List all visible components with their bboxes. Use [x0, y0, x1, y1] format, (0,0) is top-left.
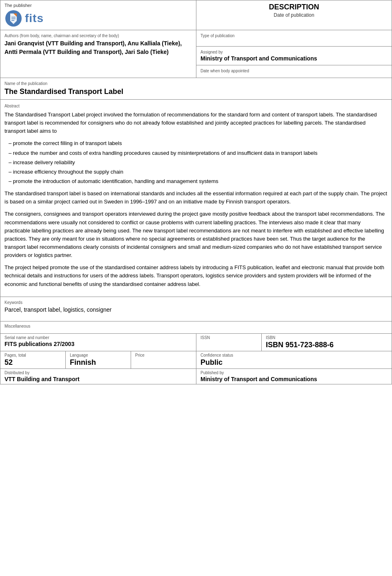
header-left: The publisher fits — [0, 0, 196, 30]
serial-row: Serial name and number FITS publications… — [0, 334, 392, 351]
list-item: increase efficiency throughout the suppl… — [9, 168, 388, 176]
miscellaneous-label: Miscellaneous — [4, 324, 388, 328]
language-label: Language — [70, 353, 127, 357]
language-cell: Language Finnish — [66, 351, 131, 368]
confidence-value: Public — [200, 358, 388, 367]
miscellaneous-section: Miscellaneous — [0, 321, 392, 334]
isbn-cell: ISBN ISBN 951-723-888-6 — [262, 334, 392, 351]
abstract-text: The Standardised Transport Label project… — [4, 111, 388, 288]
type-of-publication-cell: Type of publication — [196, 30, 392, 47]
language-value: Finnish — [70, 358, 127, 367]
published-cell: Published by Ministry of Transport and C… — [196, 369, 392, 384]
pages-cell: Pages, total 52 — [0, 351, 66, 368]
description-title: DESCRIPTION — [200, 3, 388, 11]
assigned-by-cell: Assigned by Ministry of Transport and Co… — [196, 47, 392, 65]
price-label: Price — [135, 353, 192, 357]
list-item: promote the introduction of automatic id… — [9, 177, 388, 185]
distribution-row: Distributed by VTT Building and Transpor… — [0, 369, 392, 384]
pub-name-label: Name of the publication — [4, 81, 388, 86]
fits-logo-icon — [4, 9, 22, 27]
confidence-cell: Confidence status Public — [196, 351, 392, 368]
description-subtitle: Date of publication — [200, 12, 388, 18]
publication-name-row: Name of the publication The Standardised… — [0, 78, 392, 100]
publisher-label: The publisher — [4, 3, 192, 8]
serial-value: FITS publications 27/2003 — [4, 341, 192, 347]
abstract-list: promote the correct filling in of transp… — [9, 139, 388, 185]
abstract-para4: The project helped promote the use of th… — [4, 263, 388, 288]
abstract-para3: The consigners, consignees and transport… — [4, 210, 388, 259]
issn-cell: ISSN — [196, 334, 262, 351]
pages-label: Pages, total — [4, 353, 61, 357]
abstract-label: Abstract — [4, 104, 388, 108]
confidence-label: Confidence status — [200, 353, 388, 357]
authors-cell: Authors (from body, name, chairman and s… — [0, 30, 196, 78]
abstract-para2: The standardised transport label is base… — [4, 190, 388, 206]
pages-value: 52 — [4, 358, 61, 367]
header-right: DESCRIPTION Date of publication — [196, 0, 392, 30]
list-item: promote the correct filling in of transp… — [9, 139, 388, 147]
pub-name-value: The Standardised Transport Label — [4, 87, 388, 96]
type-label: Type of publication — [200, 33, 388, 38]
document-container: The publisher fits DESCRI — [0, 0, 392, 384]
logo-text: fits — [25, 12, 44, 25]
price-cell: Price — [131, 351, 196, 368]
published-value: Ministry of Transport and Communications — [200, 376, 388, 382]
info-right: Type of publication Assigned by Ministry… — [196, 30, 392, 78]
pages-row: Pages, total 52 Language Finnish Price C… — [0, 351, 392, 369]
assigned-label: Assigned by — [200, 50, 388, 54]
assigned-value: Ministry of Transport and Communications — [200, 55, 388, 62]
keywords-value: Parcel, transport label, logistics, cons… — [4, 306, 388, 313]
list-item: reduce the number and costs of extra han… — [9, 149, 388, 157]
serial-cell: Serial name and number FITS publications… — [0, 334, 196, 351]
header-row: The publisher fits DESCRI — [0, 0, 392, 30]
distributed-cell: Distributed by VTT Building and Transpor… — [0, 369, 196, 384]
published-label: Published by — [200, 371, 388, 375]
keywords-label: Keywords — [4, 300, 388, 305]
isbn-label: ISBN — [266, 335, 388, 340]
keywords-section: Keywords Parcel, transport label, logist… — [0, 297, 392, 321]
date-appointed-label: Date when body appointed — [200, 69, 388, 73]
serial-label: Serial name and number — [4, 335, 192, 340]
abstract-para1: The Standardised Transport Label project… — [4, 111, 388, 135]
authors-value: Jani Granqvist (VTT Building and Transpo… — [4, 39, 192, 56]
logo-area: fits — [4, 9, 192, 27]
distributed-value: VTT Building and Transport — [4, 376, 192, 382]
isbn-value: ISBN 951-723-888-6 — [266, 341, 388, 349]
abstract-section: Abstract The Standardised Transport Labe… — [0, 100, 392, 297]
issn-label: ISSN — [200, 335, 257, 340]
list-item: increase delivery reliability — [9, 159, 388, 167]
info-grid: Authors (from body, name, chairman and s… — [0, 30, 392, 78]
authors-label: Authors (from body, name, chairman and s… — [4, 33, 192, 38]
date-appointed-cell: Date when body appointed — [196, 65, 392, 78]
distributed-label: Distributed by — [4, 371, 192, 375]
